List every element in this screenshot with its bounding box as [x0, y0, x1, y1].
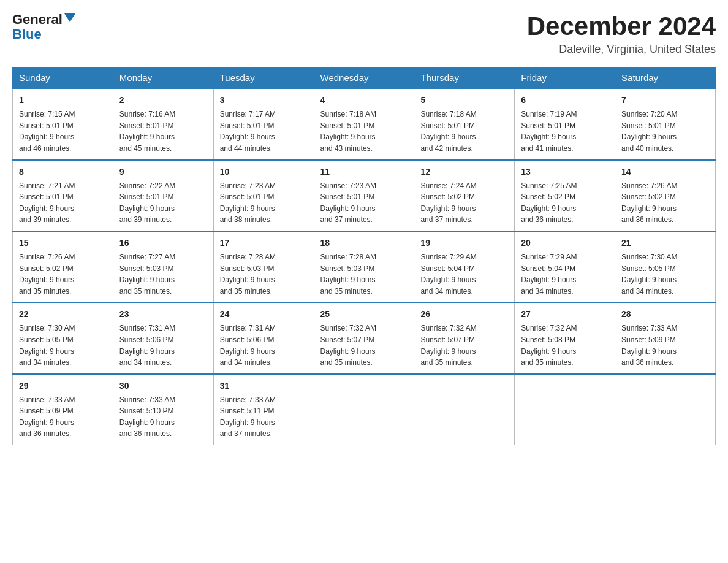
calendar-cell: 10Sunrise: 7:23 AMSunset: 5:01 PMDayligh… — [213, 160, 314, 231]
calendar-cell: 25Sunrise: 7:32 AMSunset: 5:07 PMDayligh… — [314, 302, 414, 373]
day-info: Sunrise: 7:17 AMSunset: 5:01 PMDaylight:… — [220, 109, 308, 154]
day-info: Sunrise: 7:26 AMSunset: 5:02 PMDaylight:… — [621, 180, 709, 226]
day-info: Sunrise: 7:31 AMSunset: 5:06 PMDaylight:… — [220, 323, 308, 368]
day-number: 7 — [621, 94, 709, 107]
day-number: 25 — [320, 308, 408, 321]
day-number: 3 — [220, 94, 308, 107]
day-number: 24 — [220, 308, 308, 321]
day-number: 27 — [521, 308, 609, 321]
day-info: Sunrise: 7:23 AMSunset: 5:01 PMDaylight:… — [220, 180, 308, 226]
calendar-cell: 28Sunrise: 7:33 AMSunset: 5:09 PMDayligh… — [615, 302, 716, 373]
day-info: Sunrise: 7:31 AMSunset: 5:06 PMDaylight:… — [119, 323, 207, 368]
calendar-cell: 19Sunrise: 7:29 AMSunset: 5:04 PMDayligh… — [414, 231, 515, 302]
day-info: Sunrise: 7:30 AMSunset: 5:05 PMDaylight:… — [19, 323, 107, 368]
weekday-header-row: SundayMondayTuesdayWednesdayThursdayFrid… — [13, 67, 716, 89]
weekday-header-friday: Friday — [515, 67, 615, 89]
calendar-cell: 23Sunrise: 7:31 AMSunset: 5:06 PMDayligh… — [113, 302, 213, 373]
day-info: Sunrise: 7:32 AMSunset: 5:08 PMDaylight:… — [521, 323, 609, 368]
day-info: Sunrise: 7:23 AMSunset: 5:01 PMDaylight:… — [320, 180, 408, 226]
day-number: 2 — [119, 94, 207, 107]
day-number: 9 — [119, 166, 207, 178]
calendar-week-row: 8Sunrise: 7:21 AMSunset: 5:01 PMDaylight… — [13, 160, 716, 231]
month-title: December 2024 — [527, 12, 716, 40]
day-number: 4 — [320, 94, 408, 107]
calendar-cell: 1Sunrise: 7:15 AMSunset: 5:01 PMDaylight… — [13, 88, 113, 159]
calendar-cell: 31Sunrise: 7:33 AMSunset: 5:11 PMDayligh… — [213, 374, 314, 445]
day-number: 29 — [19, 380, 107, 393]
logo-blue: Blue — [12, 26, 42, 42]
day-number: 28 — [621, 308, 709, 321]
day-number: 30 — [119, 380, 207, 393]
calendar-cell: 9Sunrise: 7:22 AMSunset: 5:01 PMDaylight… — [113, 160, 213, 231]
day-info: Sunrise: 7:24 AMSunset: 5:02 PMDaylight:… — [420, 180, 508, 226]
location-subtitle: Daleville, Virginia, United States — [527, 43, 716, 56]
day-info: Sunrise: 7:30 AMSunset: 5:05 PMDaylight:… — [621, 251, 709, 297]
day-number: 14 — [621, 166, 709, 178]
day-number: 10 — [220, 166, 308, 178]
calendar-cell: 12Sunrise: 7:24 AMSunset: 5:02 PMDayligh… — [414, 160, 515, 231]
day-number: 5 — [420, 94, 508, 107]
calendar-cell: 2Sunrise: 7:16 AMSunset: 5:01 PMDaylight… — [113, 88, 213, 159]
day-info: Sunrise: 7:28 AMSunset: 5:03 PMDaylight:… — [220, 251, 308, 297]
calendar-cell: 15Sunrise: 7:26 AMSunset: 5:02 PMDayligh… — [13, 231, 113, 302]
day-info: Sunrise: 7:25 AMSunset: 5:02 PMDaylight:… — [521, 180, 609, 226]
day-info: Sunrise: 7:15 AMSunset: 5:01 PMDaylight:… — [19, 109, 107, 154]
day-info: Sunrise: 7:16 AMSunset: 5:01 PMDaylight:… — [119, 109, 207, 154]
day-info: Sunrise: 7:33 AMSunset: 5:11 PMDaylight:… — [220, 394, 308, 440]
day-number: 31 — [220, 380, 308, 393]
calendar-cell: 29Sunrise: 7:33 AMSunset: 5:09 PMDayligh… — [13, 374, 113, 445]
weekday-header-wednesday: Wednesday — [314, 67, 414, 89]
weekday-header-monday: Monday — [113, 67, 213, 89]
title-block: December 2024 Daleville, Virginia, Unite… — [527, 12, 716, 56]
day-info: Sunrise: 7:26 AMSunset: 5:02 PMDaylight:… — [19, 251, 107, 297]
calendar-cell: 14Sunrise: 7:26 AMSunset: 5:02 PMDayligh… — [615, 160, 716, 231]
logo: General Blue — [12, 12, 75, 42]
day-number: 21 — [621, 237, 709, 250]
calendar-cell: 26Sunrise: 7:32 AMSunset: 5:07 PMDayligh… — [414, 302, 515, 373]
calendar-cell: 4Sunrise: 7:18 AMSunset: 5:01 PMDaylight… — [314, 88, 414, 159]
calendar-cell — [615, 374, 716, 445]
calendar-cell — [314, 374, 414, 445]
day-number: 17 — [220, 237, 308, 250]
logo-general: General — [12, 12, 63, 27]
day-info: Sunrise: 7:21 AMSunset: 5:01 PMDaylight:… — [19, 180, 107, 226]
calendar-cell: 18Sunrise: 7:28 AMSunset: 5:03 PMDayligh… — [314, 231, 414, 302]
calendar-cell: 30Sunrise: 7:33 AMSunset: 5:10 PMDayligh… — [113, 374, 213, 445]
day-number: 26 — [420, 308, 508, 321]
day-info: Sunrise: 7:29 AMSunset: 5:04 PMDaylight:… — [420, 251, 508, 297]
calendar-cell: 24Sunrise: 7:31 AMSunset: 5:06 PMDayligh… — [213, 302, 314, 373]
day-info: Sunrise: 7:22 AMSunset: 5:01 PMDaylight:… — [119, 180, 207, 226]
calendar-week-row: 15Sunrise: 7:26 AMSunset: 5:02 PMDayligh… — [13, 231, 716, 302]
calendar-cell: 21Sunrise: 7:30 AMSunset: 5:05 PMDayligh… — [615, 231, 716, 302]
calendar-cell: 27Sunrise: 7:32 AMSunset: 5:08 PMDayligh… — [515, 302, 615, 373]
day-info: Sunrise: 7:29 AMSunset: 5:04 PMDaylight:… — [521, 251, 609, 297]
weekday-header-thursday: Thursday — [414, 67, 515, 89]
day-info: Sunrise: 7:33 AMSunset: 5:09 PMDaylight:… — [19, 394, 107, 440]
calendar-cell: 22Sunrise: 7:30 AMSunset: 5:05 PMDayligh… — [13, 302, 113, 373]
calendar-cell: 17Sunrise: 7:28 AMSunset: 5:03 PMDayligh… — [213, 231, 314, 302]
day-number: 6 — [521, 94, 609, 107]
day-number: 23 — [119, 308, 207, 321]
day-info: Sunrise: 7:32 AMSunset: 5:07 PMDaylight:… — [420, 323, 508, 368]
calendar-week-row: 1Sunrise: 7:15 AMSunset: 5:01 PMDaylight… — [13, 88, 716, 159]
calendar-cell: 20Sunrise: 7:29 AMSunset: 5:04 PMDayligh… — [515, 231, 615, 302]
logo-triangle-icon — [64, 13, 75, 22]
calendar-week-row: 22Sunrise: 7:30 AMSunset: 5:05 PMDayligh… — [13, 302, 716, 373]
day-number: 22 — [19, 308, 107, 321]
calendar-cell: 11Sunrise: 7:23 AMSunset: 5:01 PMDayligh… — [314, 160, 414, 231]
day-info: Sunrise: 7:33 AMSunset: 5:09 PMDaylight:… — [621, 323, 709, 368]
weekday-header-tuesday: Tuesday — [213, 67, 314, 89]
calendar-cell: 5Sunrise: 7:18 AMSunset: 5:01 PMDaylight… — [414, 88, 515, 159]
day-number: 19 — [420, 237, 508, 250]
calendar-cell: 8Sunrise: 7:21 AMSunset: 5:01 PMDaylight… — [13, 160, 113, 231]
day-info: Sunrise: 7:32 AMSunset: 5:07 PMDaylight:… — [320, 323, 408, 368]
calendar-cell — [414, 374, 515, 445]
weekday-header-sunday: Sunday — [13, 67, 113, 89]
day-number: 20 — [521, 237, 609, 250]
day-info: Sunrise: 7:18 AMSunset: 5:01 PMDaylight:… — [420, 109, 508, 154]
calendar-cell: 16Sunrise: 7:27 AMSunset: 5:03 PMDayligh… — [113, 231, 213, 302]
calendar-cell: 13Sunrise: 7:25 AMSunset: 5:02 PMDayligh… — [515, 160, 615, 231]
day-info: Sunrise: 7:33 AMSunset: 5:10 PMDaylight:… — [119, 394, 207, 440]
weekday-header-saturday: Saturday — [615, 67, 716, 89]
day-number: 13 — [521, 166, 609, 178]
